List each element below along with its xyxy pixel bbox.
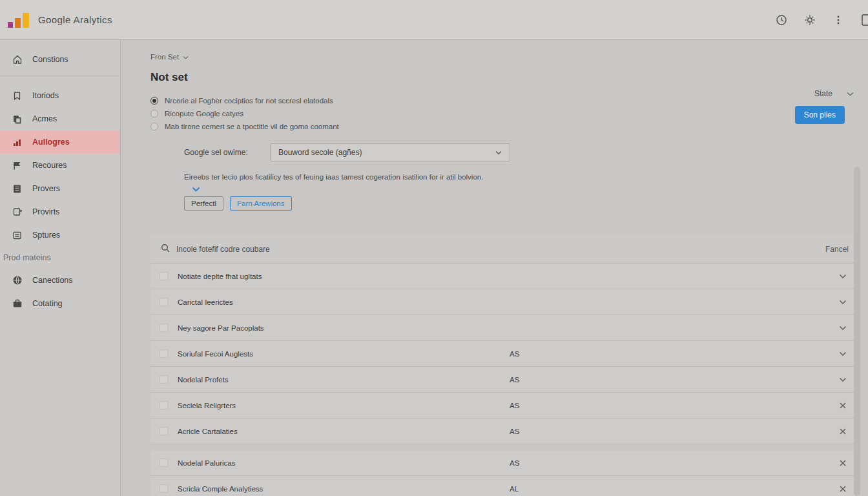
row-badge: AS [510, 376, 519, 384]
table-row[interactable]: Ney sagore Par Pacoplats [150, 315, 859, 341]
row-checkbox[interactable] [160, 324, 168, 332]
row-label: Notiate deplte fhat ugltats [178, 273, 262, 280]
help-clock-icon[interactable] [775, 14, 788, 26]
sidebar-divider [0, 76, 120, 76]
row-label: Seciela Religrters [178, 402, 236, 409]
sidebar-item-label: Sptures [32, 231, 60, 240]
sidebar-item-itoriods[interactable]: Itoriods [0, 84, 120, 107]
primary-outline-button[interactable]: Farn Arewions [230, 196, 292, 211]
state-dropdown[interactable]: State [814, 89, 854, 98]
sidebar-item-provers[interactable]: Provers [0, 177, 120, 200]
table-row[interactable]: Carictal Ieerictes [150, 289, 859, 315]
close-icon[interactable] [838, 427, 847, 436]
breadcrumb[interactable]: Fron Set [150, 53, 189, 61]
chevron-down-icon[interactable] [838, 272, 847, 281]
search-icon [161, 243, 170, 255]
row-checkbox[interactable] [160, 427, 168, 435]
sidebar: ConstionsItoriodsAcmesAullogresRecouresP… [0, 40, 121, 496]
flag-icon [12, 160, 23, 171]
radio-option-1[interactable]: Nrcorie al Fogher cociptios for not sccr… [150, 94, 868, 107]
breadcrumb-label: Fron Set [150, 53, 179, 61]
state-label: State [814, 89, 832, 98]
chevron-down-icon[interactable] [838, 324, 847, 333]
document-icon [12, 183, 23, 194]
sidebar-item-label: Aullogres [32, 138, 70, 147]
radio-unselected-icon[interactable] [150, 123, 158, 130]
row-label: Scricla Comple Analytiess [178, 485, 263, 493]
radio-option-2[interactable]: Ricopute Google catyes [150, 107, 868, 120]
sidebar-item-label: Cotating [32, 299, 63, 308]
row-checkbox[interactable] [160, 401, 168, 409]
settings-gear-icon[interactable] [803, 14, 816, 26]
row-checkbox[interactable] [160, 349, 168, 358]
row-label: Nodelal Paluricas [178, 459, 236, 467]
table-row[interactable]: Acricle CartalatiesAS [150, 418, 859, 444]
sidebar-item-recoures[interactable]: Recoures [0, 154, 120, 177]
notebook-icon[interactable] [860, 14, 868, 26]
table-row[interactable]: Nodelal PaluricasAS [150, 450, 859, 476]
row-label: Carictal Ieerictes [178, 298, 233, 306]
sidebar-section-label: Prod mateins [0, 247, 120, 269]
sidebar-item-canections[interactable]: Canections [0, 269, 120, 292]
sidebar-item-label: Canections [32, 276, 73, 285]
topbar: Google Aralytics [0, 0, 868, 40]
table-row[interactable]: Seciela ReligrtersAS [150, 393, 859, 418]
sidebar-item-aullogres[interactable]: Aullogres [0, 130, 120, 154]
items-table: Incole fotefif codre coubare Fancel Noti… [150, 235, 859, 496]
expand-chevron-icon[interactable] [192, 183, 201, 195]
table-header: Incole fotefif codre coubare Fancel [150, 235, 859, 264]
sidebar-item-cotating[interactable]: Cotating [0, 292, 120, 315]
row-checkbox[interactable] [160, 298, 168, 306]
chevron-down-icon [183, 53, 189, 61]
table-row[interactable]: Nodelal ProfetsAS [150, 367, 859, 393]
row-badge: AL [510, 485, 519, 493]
sidebar-item-label: Constions [32, 55, 68, 64]
search-text: Incole fotefif codre coubare [176, 245, 270, 254]
table-row[interactable]: Soriufal Fecoi AuglestsAS [150, 341, 859, 367]
row-badge: AS [510, 402, 519, 409]
close-icon[interactable] [838, 459, 847, 468]
button-row: Perfectl Farn Arewions [150, 196, 868, 211]
row-checkbox[interactable] [160, 459, 168, 467]
copy-icon [12, 114, 23, 125]
chevron-down-icon[interactable] [838, 375, 847, 384]
table-search-input[interactable]: Incole fotefif codre coubare [161, 243, 825, 255]
more-vertical-icon[interactable] [832, 14, 845, 26]
briefcase-icon [12, 298, 23, 309]
main-content: Fron Set State Son plies Not set Nrcorie… [121, 40, 868, 496]
row-checkbox[interactable] [160, 272, 168, 280]
close-icon[interactable] [838, 401, 847, 410]
radio-group: Nrcorie al Fogher cociptios for not sccr… [150, 94, 868, 133]
radio-label: Ricopute Google catyes [165, 110, 243, 118]
chart-icon [12, 137, 23, 148]
row-label: Soriufal Fecoi Auglests [178, 350, 253, 358]
table-row[interactable]: Scricla Comple AnalytiessAL [150, 476, 859, 496]
radio-unselected-icon[interactable] [150, 110, 158, 118]
app-logo[interactable]: Google Aralytics [6, 12, 112, 28]
select-dropdown[interactable]: Bouword secole (agñes) [270, 143, 510, 161]
row-badge: AS [510, 350, 519, 358]
app-title: Google Aralytics [38, 14, 112, 25]
analytics-logo-icon [8, 12, 29, 28]
table-row[interactable]: Notiate deplte fhat ugltats [150, 264, 859, 289]
sidebar-item-constions[interactable]: Constions [0, 48, 120, 71]
sidebar-item-acmes[interactable]: Acmes [0, 107, 120, 130]
vertical-scrollbar[interactable] [854, 167, 860, 496]
close-icon[interactable] [838, 484, 847, 493]
select-value: Bouword secole (agñes) [278, 148, 362, 157]
globe-icon [12, 275, 23, 286]
row-checkbox[interactable] [160, 375, 168, 384]
page-title: Not set [150, 71, 868, 84]
select-row: Google sel owime: Bouword secole (agñes) [150, 143, 868, 161]
chevron-down-icon[interactable] [838, 349, 847, 358]
radio-option-3[interactable]: Mab tirone cemert se a tpoctitle vil de … [150, 120, 868, 133]
sidebar-item-sptures[interactable]: Sptures [0, 223, 120, 247]
secondary-button[interactable]: Perfectl [184, 196, 223, 211]
radio-selected-icon[interactable] [150, 97, 158, 105]
apply-button[interactable]: Son plies [795, 106, 845, 124]
chevron-down-icon[interactable] [838, 298, 847, 307]
cancel-link[interactable]: Fancel [825, 245, 849, 254]
row-checkbox[interactable] [160, 484, 168, 493]
sidebar-item-label: Provers [32, 184, 60, 193]
sidebar-item-provirts[interactable]: Provirts [0, 200, 120, 223]
